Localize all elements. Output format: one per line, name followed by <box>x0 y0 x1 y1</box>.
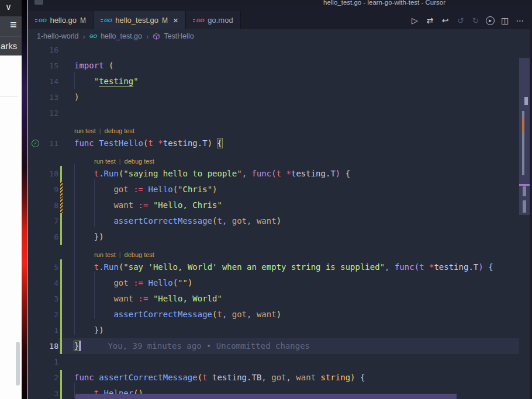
git-gutter-added <box>58 386 74 399</box>
ruler-modified-mark <box>522 117 524 131</box>
debug-test-link[interactable]: debug test <box>105 127 134 134</box>
code-text: }You, 39 minutes ago • Uncommitted chang… <box>74 338 310 354</box>
debug-test-link[interactable]: debug test <box>125 158 154 165</box>
git-gutter <box>58 42 74 58</box>
code-line[interactable]: 3 want := "Hello, World" <box>28 291 519 307</box>
code-text: t.Run("say 'Hello, World' when an empty … <box>74 259 493 275</box>
debug-test-link[interactable]: debug test <box>125 251 154 258</box>
bookmarks-label[interactable]: arks <box>1 41 17 51</box>
line-number: 3 <box>43 291 58 307</box>
code-line[interactable]: 1 }) <box>28 322 519 338</box>
gutter-decoration-column <box>28 105 43 121</box>
breadcrumb-separator-icon: › <box>83 32 85 41</box>
ruler-mark <box>524 97 528 105</box>
window-title: hello_test.go - learn-go-with-test - Cur… <box>323 0 445 6</box>
breadcrumb: 1-hello-world › GO hello_test.go › TestH… <box>28 29 532 43</box>
run-tests-icon[interactable]: ▸ <box>486 16 495 25</box>
codelens: run test|debug test <box>28 121 519 136</box>
code-line[interactable]: 4 got := Hello("") <box>28 275 519 291</box>
code-text: "testing" <box>74 74 139 89</box>
run-icon[interactable]: ▷ <box>410 16 420 26</box>
gutter-decoration-column <box>28 275 43 291</box>
git-gutter <box>58 136 74 151</box>
breadcrumb-symbol[interactable]: TestHello <box>164 32 194 40</box>
line-number: 5 <box>43 259 58 275</box>
codelens: run test|debug test <box>28 245 519 259</box>
code-line[interactable]: 10 t.Run("saying hello to people", func(… <box>28 166 519 182</box>
git-gutter <box>58 58 74 74</box>
run-test-link[interactable]: run test <box>74 127 96 134</box>
line-body: func TestHello(t *testing.T) { <box>58 136 519 151</box>
codelens-separator: | <box>119 251 121 258</box>
code-line[interactable]: 7 assertCorrectMessage(t, got, want) <box>28 213 519 229</box>
line-body: want := "Hello, World" <box>58 291 519 307</box>
line-body: }) <box>58 322 519 338</box>
code-line[interactable]: 9 got := Hello("Chris") <box>28 182 519 197</box>
code-line[interactable]: 16 <box>28 42 519 58</box>
code-line[interactable]: 12 <box>28 105 519 121</box>
line-number: 12 <box>43 105 58 121</box>
gutter-decoration-column <box>28 259 43 275</box>
code-line[interactable]: 2func assertCorrectMessage(t testing.TB,… <box>28 370 519 386</box>
go-back-icon[interactable]: ↩ <box>440 16 450 26</box>
ruler-cursor-mark <box>519 184 530 186</box>
app-icon <box>34 0 43 5</box>
line-body: assertCorrectMessage(t, got, want) <box>58 307 519 322</box>
split-editor-icon[interactable]: ◫ <box>500 16 510 26</box>
code-line[interactable]: 18}You, 39 minutes ago • Uncommitted cha… <box>28 338 519 354</box>
code-area[interactable]: 1615import (14 "testing"13)12run test|de… <box>28 42 519 399</box>
codelens: run test|debug test <box>28 151 519 166</box>
code-line[interactable]: 1 <box>28 354 519 370</box>
tab-hello_test-go[interactable]: GOhello_test.goM× <box>94 11 186 29</box>
ruler-mark <box>523 186 526 196</box>
browser-bookmarks-bar: arks <box>0 36 22 56</box>
code-line[interactable]: ✓11func TestHello(t *testing.T) { <box>28 136 519 151</box>
line-body: ) <box>58 89 519 105</box>
git-gutter <box>58 74 74 89</box>
line-body: import ( <box>58 58 519 74</box>
line-number: 14 <box>43 74 58 89</box>
code-line[interactable]: 13) <box>28 89 519 105</box>
code-line[interactable]: 8 want := "Hello, Chris" <box>28 197 519 213</box>
browser-scrollbar-thumb[interactable] <box>16 342 20 386</box>
page-divider <box>0 96 18 97</box>
gutter-decoration-column <box>28 42 43 58</box>
code-line[interactable]: 14 "testing" <box>28 74 519 89</box>
code-line[interactable]: 2 assertCorrectMessage(t, got, want) <box>28 307 519 322</box>
gutter-decoration-column <box>28 291 43 307</box>
ruler-mark <box>523 200 526 213</box>
compare-changes-icon[interactable]: ⇄ <box>425 16 435 26</box>
line-body: assertCorrectMessage(t, got, want) <box>58 213 519 229</box>
code-line[interactable]: 5 t.Run("say 'Hello, World' when an empt… <box>28 259 519 275</box>
git-gutter-added <box>58 229 74 245</box>
tab-hello-go[interactable]: GOhello.goM <box>28 11 94 29</box>
tab-go-mod[interactable]: GOgo.mod <box>186 11 241 29</box>
breadcrumb-file[interactable]: hello_test.go <box>101 32 142 40</box>
gutter-decoration-column <box>28 338 43 354</box>
horizontal-scrollbar-slider[interactable] <box>75 394 457 399</box>
line-number: 13 <box>43 89 58 105</box>
tabs: GOhello.goMGOhello_test.goM×GOgo.mod <box>28 11 241 29</box>
indent-guide <box>74 383 75 398</box>
code-text: assertCorrectMessage(t, got, want) <box>74 307 281 322</box>
indent-guide <box>74 164 75 335</box>
line-number: 2 <box>43 370 58 386</box>
chevron-down-icon[interactable]: ∨ <box>5 2 12 12</box>
code-line[interactable]: 6 }) <box>28 229 519 245</box>
browser-page <box>0 55 22 399</box>
breadcrumb-folder[interactable]: 1-hello-world <box>37 32 79 40</box>
code-text: got := Hello("") <box>74 275 192 291</box>
close-icon[interactable]: × <box>173 16 178 25</box>
run-test-link[interactable]: run test <box>94 158 116 165</box>
run-test-link[interactable]: run test <box>94 251 116 258</box>
code-line[interactable]: 15import ( <box>28 58 519 74</box>
line-number: 11 <box>43 136 58 151</box>
code-text: got := Hello("Chris") <box>74 182 217 197</box>
gutter-decoration-column <box>28 197 43 213</box>
desktop-wallpaper <box>22 0 27 399</box>
gutter-decoration-column <box>28 58 43 74</box>
test-passed-icon[interactable]: ✓ <box>32 140 39 147</box>
more-actions-icon[interactable]: ⋯ <box>515 16 525 26</box>
menu-icon[interactable]: ≡ <box>10 18 17 32</box>
tab-bar: GOhello.goMGOhello_test.goM×GOgo.mod ▷⇄↩… <box>28 6 532 29</box>
